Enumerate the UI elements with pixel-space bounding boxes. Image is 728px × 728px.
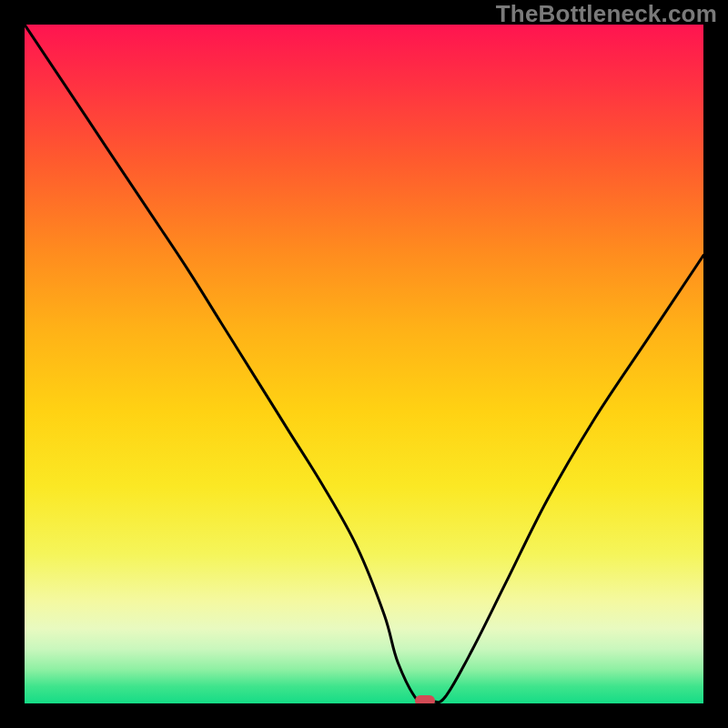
chart-container: TheBottleneck.com [0,0,728,728]
plot-area [25,25,703,703]
watermark-text: TheBottleneck.com [496,0,717,28]
optimal-point-marker [415,695,435,703]
bottleneck-curve [25,25,703,703]
